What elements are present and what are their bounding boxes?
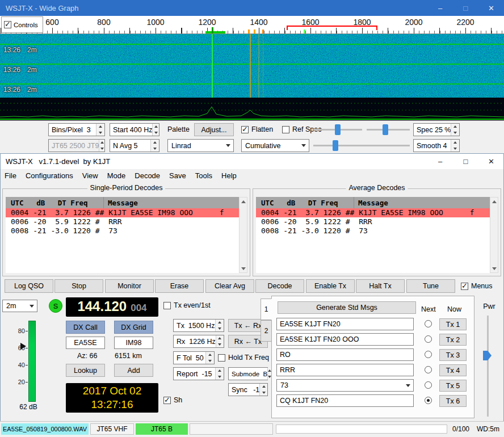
dx-call-button[interactable]: DX Call bbox=[66, 321, 105, 334]
halt-tx-button[interactable]: Halt Tx bbox=[356, 279, 405, 293]
message-field-6[interactable] bbox=[276, 394, 414, 407]
spin-up-icon[interactable] bbox=[153, 124, 159, 130]
spec-percent-spinbox[interactable]: Spec 25 % bbox=[413, 123, 460, 136]
f-tol-spinbox[interactable]: F Tol 50 bbox=[173, 351, 215, 364]
start-freq-spinbox[interactable]: Start 400 Hz bbox=[110, 123, 159, 136]
message-field-4[interactable] bbox=[276, 364, 414, 376]
decode-row[interactable]: 0008 -21 -3.0 1220 # 73 bbox=[256, 226, 490, 236]
next-radio-3[interactable] bbox=[425, 351, 432, 358]
close-icon[interactable]: ✕ bbox=[478, 153, 504, 169]
menu-help[interactable]: Help bbox=[217, 170, 241, 182]
tx4-button[interactable]: Tx 4 bbox=[439, 364, 467, 376]
scrollbar[interactable] bbox=[239, 197, 247, 273]
close-icon[interactable]: ✕ bbox=[478, 0, 504, 16]
next-radio-5[interactable] bbox=[425, 381, 432, 389]
decode-button[interactable]: Decode bbox=[255, 279, 304, 293]
band-combo[interactable]: 2m bbox=[2, 300, 37, 312]
enable-tx-button[interactable]: Enable Tx bbox=[306, 279, 355, 293]
lookup-button[interactable]: Lookup bbox=[66, 364, 105, 377]
controls-checkbox[interactable]: Controls bbox=[4, 21, 38, 28]
decode-row[interactable]: 0006 -20 5.9 1222 # RRR bbox=[6, 217, 239, 226]
hold-tx-freq-checkbox[interactable]: Hold Tx Freq bbox=[218, 354, 269, 362]
spin-down-icon[interactable] bbox=[153, 130, 159, 136]
adjust-palette-button[interactable]: Adjust... bbox=[194, 123, 234, 136]
minimize-icon[interactable]: – bbox=[427, 153, 453, 169]
message-field-3[interactable] bbox=[276, 348, 414, 361]
tx3-button[interactable]: Tx 3 bbox=[439, 349, 467, 361]
spin-up-icon[interactable] bbox=[451, 124, 459, 130]
checkbox-checked-icon[interactable] bbox=[461, 283, 468, 290]
message-combo-5[interactable]: 73 bbox=[276, 379, 414, 392]
chevron-down-icon[interactable] bbox=[299, 140, 309, 152]
next-radio-6[interactable] bbox=[425, 397, 432, 404]
next-radio-1[interactable] bbox=[425, 320, 432, 327]
decode-row[interactable]: 0004 -21 3.7 1226 ## K1JT EA5SE IM98 OOO… bbox=[6, 208, 239, 217]
checkbox-unchecked-icon[interactable] bbox=[282, 126, 289, 133]
chevron-down-icon[interactable] bbox=[27, 300, 37, 312]
slider-handle[interactable] bbox=[383, 124, 388, 135]
menu-tools[interactable]: Tools bbox=[191, 170, 217, 182]
tx1-button[interactable]: Tx 1 bbox=[439, 318, 467, 330]
scroll-up-icon[interactable] bbox=[240, 198, 247, 205]
checkbox-checked-icon[interactable] bbox=[163, 397, 171, 404]
monitor-button[interactable]: Monitor bbox=[105, 279, 154, 293]
spin-up-icon[interactable] bbox=[451, 140, 459, 146]
palette-combo[interactable]: Linrad bbox=[167, 139, 234, 152]
submode-spinbox[interactable]: Submode B bbox=[228, 367, 268, 380]
checkbox-checked-icon[interactable] bbox=[4, 21, 11, 28]
smooth-spinbox[interactable]: Smooth 4 bbox=[413, 139, 460, 152]
log-qso-button[interactable]: Log QSO bbox=[5, 279, 53, 293]
spin-down-icon[interactable] bbox=[451, 130, 459, 136]
spin-down-icon[interactable] bbox=[216, 374, 224, 380]
n-avg-spinbox[interactable]: N Avg 5 bbox=[110, 139, 159, 152]
spin-down-icon[interactable] bbox=[206, 358, 214, 364]
slider-handle[interactable] bbox=[333, 140, 338, 151]
message-field-1[interactable] bbox=[276, 318, 414, 330]
spin-up-icon[interactable] bbox=[151, 140, 159, 146]
maximize-icon[interactable]: □ bbox=[453, 153, 478, 169]
pwr-slider-handle[interactable] bbox=[483, 351, 492, 360]
message-field-2[interactable] bbox=[276, 333, 414, 346]
clear-avg-button[interactable]: Clear Avg bbox=[205, 279, 254, 293]
tx-freq-spinbox[interactable]: Tx 1500 Hz bbox=[173, 319, 224, 332]
add-button[interactable]: Add bbox=[114, 364, 153, 377]
spin-up-icon[interactable] bbox=[216, 368, 224, 374]
checkbox-checked-icon[interactable] bbox=[241, 126, 249, 133]
smooth-slider[interactable] bbox=[313, 139, 410, 152]
spin-up-icon[interactable] bbox=[260, 384, 267, 390]
tune-button[interactable]: Tune bbox=[406, 279, 455, 293]
tx2-button[interactable]: Tx 2 bbox=[439, 334, 467, 346]
sync-spinbox[interactable]: Sync -1 bbox=[228, 383, 268, 396]
decode-row[interactable]: 0006 -20 5.9 1222 # RRR bbox=[256, 217, 490, 226]
scroll-down-icon[interactable] bbox=[490, 264, 498, 272]
dx-grid-button[interactable]: DX Grid bbox=[114, 321, 153, 334]
tx5-button[interactable]: Tx 5 bbox=[439, 380, 467, 392]
scrollbar[interactable] bbox=[490, 197, 498, 273]
waterfall-zero-slider[interactable] bbox=[367, 123, 410, 136]
waterfall-gain-slider[interactable] bbox=[313, 123, 362, 136]
frequency-ruler[interactable]: 600 800 1000 1200 1400 1600 1800 2000 22… bbox=[0, 16, 504, 34]
pwr-slider-track[interactable] bbox=[487, 316, 489, 417]
spin-up-icon[interactable] bbox=[216, 320, 224, 326]
tab-1[interactable]: 1 bbox=[261, 299, 272, 320]
spin-down-icon[interactable] bbox=[216, 326, 224, 332]
menu-mode[interactable]: Mode bbox=[103, 170, 131, 182]
next-radio-4[interactable] bbox=[425, 366, 432, 373]
tab-2[interactable]: 2 bbox=[261, 320, 272, 342]
spin-down-icon[interactable] bbox=[216, 342, 224, 348]
bins-per-pixel-spinbox[interactable]: Bins/Pixel 3 bbox=[48, 123, 105, 136]
frequency-display[interactable]: 144.120 004 bbox=[66, 297, 158, 317]
minimize-icon[interactable]: – bbox=[427, 0, 453, 16]
slider-handle[interactable] bbox=[335, 124, 341, 135]
spin-down-icon[interactable] bbox=[96, 130, 104, 136]
erase-button[interactable]: Erase bbox=[155, 279, 204, 293]
menu-file[interactable]: File bbox=[0, 170, 21, 182]
display-mode-combo[interactable]: Cumulative bbox=[241, 139, 309, 152]
flatten-checkbox[interactable]: Flatten bbox=[241, 125, 273, 133]
decode-row[interactable]: 0008 -21 -3.0 1220 # 73 bbox=[6, 226, 239, 236]
chevron-down-icon[interactable] bbox=[403, 380, 413, 391]
spin-up-icon[interactable] bbox=[206, 352, 214, 358]
sh-checkbox[interactable]: Sh bbox=[163, 396, 182, 404]
stop-button[interactable]: Stop bbox=[54, 279, 103, 293]
waterfall-display[interactable] bbox=[0, 34, 504, 120]
